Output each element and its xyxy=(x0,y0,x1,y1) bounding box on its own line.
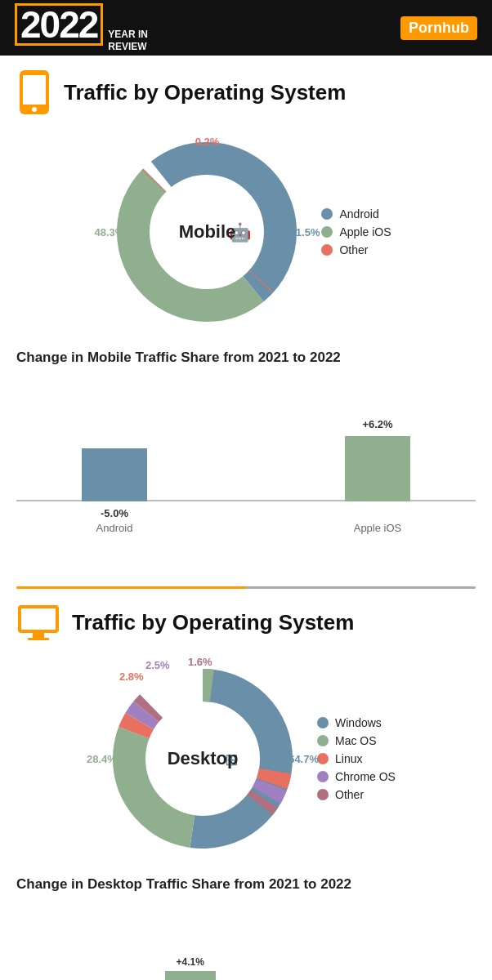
macos-bar-value: +4.1% xyxy=(177,956,204,968)
desktop-chrome-pct: 2.5% xyxy=(145,659,170,671)
android-bar-name: Android xyxy=(96,522,133,534)
mobile-ios-pct: 48.3% xyxy=(94,226,124,238)
windows-dot xyxy=(317,717,329,728)
desktop-donut-center: Desktop xyxy=(168,748,239,769)
legend-mobile-other: Other xyxy=(321,243,391,256)
mobile-change-section: Change in Mobile Traffic Share from 2021… xyxy=(16,343,476,578)
tagline: YEAR IN REVIEW xyxy=(108,29,148,52)
bar-macos: +4.1% Mac OS xyxy=(165,906,216,980)
header: 2022 YEAR IN REVIEW Pornhub xyxy=(0,0,492,56)
other-dot xyxy=(321,244,333,256)
legend-android: Android xyxy=(321,207,391,220)
main-content: Traffic by Operating System xyxy=(0,56,492,980)
svg-rect-10 xyxy=(33,633,44,638)
section-divider xyxy=(16,586,476,589)
legend-ios: Apple iOS xyxy=(321,225,391,238)
mobile-android-pct: 51.5% xyxy=(290,226,320,238)
ios-bar-value: +6.2% xyxy=(362,418,392,430)
desktop-mac-pct: 28.4% xyxy=(87,753,117,765)
mobile-bar-chart: -5.0% Android +6.2% Apple iOS xyxy=(16,379,476,526)
chromeos-dot xyxy=(317,771,329,782)
bar-chromeos: +1.6% Chrome OS xyxy=(386,906,437,980)
desktop-donut-chart: ⊞ Desktop 64.7% 28.4% 2.8% 2.5% 1.6% xyxy=(96,653,309,865)
bar-windows: +1% Windows xyxy=(55,906,105,980)
phone-icon xyxy=(16,70,52,114)
mobile-donut-center: Mobile xyxy=(179,221,236,243)
desktop-legend: Windows Mac OS Linux Chrome OS Other xyxy=(317,716,396,801)
legend-desktop-other: Other xyxy=(317,788,396,801)
year-logo: 2022 YEAR IN REVIEW xyxy=(15,3,148,52)
svg-point-2 xyxy=(32,107,37,112)
svg-rect-11 xyxy=(28,638,49,640)
legend-linux: Linux xyxy=(317,752,396,765)
svg-rect-9 xyxy=(21,608,56,630)
ios-bar-rect xyxy=(345,436,410,501)
brand-logo: Pornhub xyxy=(400,16,477,40)
bar-ios: +6.2% Apple iOS xyxy=(345,436,410,501)
ios-dot xyxy=(321,226,333,238)
mobile-other-pct: 0.2% xyxy=(195,136,220,148)
macos-bar-rect xyxy=(165,971,216,980)
ios-bar-name: Apple iOS xyxy=(354,522,402,534)
desktop-section-title: Traffic by Operating System xyxy=(16,604,476,641)
desktop-other-pct: 1.6% xyxy=(188,656,212,668)
desktop-linux-pct: 2.8% xyxy=(119,670,144,683)
desktop-other-dot xyxy=(317,789,329,800)
monitor-icon xyxy=(16,604,60,641)
svg-rect-1 xyxy=(23,75,46,105)
macos-dot xyxy=(317,735,329,746)
android-dot xyxy=(321,208,333,220)
mobile-legend: Android Apple iOS Other xyxy=(321,207,391,256)
legend-chromeos: Chrome OS xyxy=(317,770,396,783)
mobile-donut-chart: 🤖 Mobile 0.2% 51.5% 48.3% xyxy=(101,126,313,338)
bar-linux: -1.2% Linux xyxy=(275,906,326,980)
desktop-change-section: Change in Desktop Traffic Share from 202… xyxy=(16,870,476,980)
mobile-section-title: Traffic by Operating System xyxy=(16,70,476,114)
desktop-windows-pct: 64.7% xyxy=(288,753,319,765)
year-number: 2022 xyxy=(15,3,103,46)
legend-macos: Mac OS xyxy=(317,734,396,747)
legend-windows: Windows xyxy=(317,716,396,729)
desktop-bar-chart: +1% Windows +4.1% Mac OS -1.2% xyxy=(16,906,476,980)
android-bar-rect xyxy=(82,448,147,501)
android-bar-value: -5.0% xyxy=(101,507,128,519)
bar-android: -5.0% Android xyxy=(82,448,147,501)
